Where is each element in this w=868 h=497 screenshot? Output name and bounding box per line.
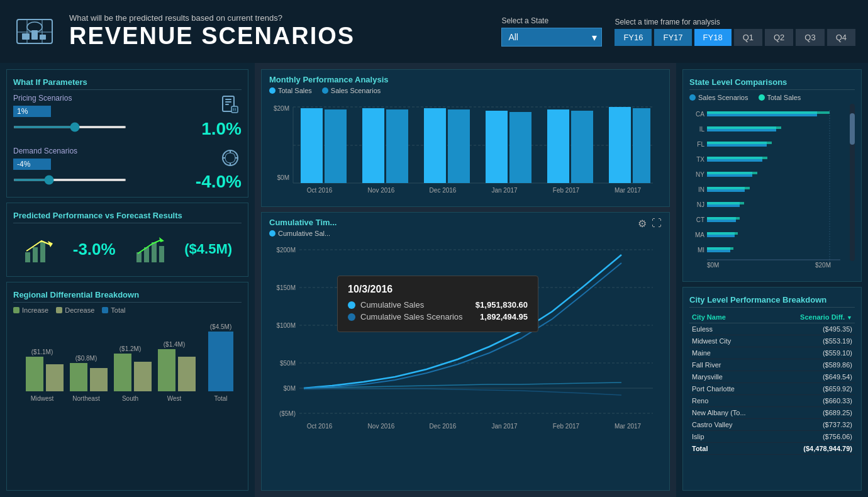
svg-rect-102 — [707, 157, 767, 159]
predicted-row: -3.0% ($4.5M) — [13, 227, 242, 271]
svg-text:CT: CT — [696, 216, 704, 223]
predicted-title: Predicted Performance vs Forecast Result… — [13, 208, 242, 223]
svg-rect-58 — [424, 108, 446, 183]
svg-rect-27 — [159, 246, 164, 262]
filter-icon[interactable]: ⚙ — [638, 218, 647, 230]
svg-marker-28 — [159, 237, 164, 242]
header: What will be the predicted results based… — [0, 0, 868, 63]
regional-chart: ($1.1M) ($0.8M) ($1.2M) ($1.4M) ($4.5M) … — [13, 319, 246, 420]
regional-title: Regional Differential Breakdown — [13, 288, 242, 303]
cumulative-chart-block: Cumulative Tim... ⚙ ⛶ Cumulative Sal... … — [261, 212, 670, 491]
city-total-row: Total($4,478,944.79) — [689, 443, 855, 455]
city-name: Marysville — [689, 371, 773, 383]
city-diff: ($737.32) — [773, 419, 855, 431]
svg-rect-29 — [26, 357, 43, 391]
svg-text:Nov 2016: Nov 2016 — [368, 423, 395, 430]
svg-text:South: South — [122, 395, 138, 402]
what-if-block: What If Parameters Pricing Scenarios — [6, 69, 248, 198]
pricing-value: 1.0% — [191, 119, 242, 139]
svg-text:IN: IN — [698, 186, 704, 193]
tooltip-label-2: Cumulative Sales Scenarios — [360, 312, 475, 321]
svg-text:West: West — [167, 395, 182, 402]
svg-text:($4.5M): ($4.5M) — [210, 323, 231, 330]
fy17-button[interactable]: FY17 — [654, 29, 691, 46]
state-select-label: Select a State — [501, 16, 602, 25]
svg-text:Oct 2016: Oct 2016 — [307, 423, 333, 430]
svg-rect-111 — [707, 202, 744, 204]
svg-rect-56 — [362, 108, 384, 183]
city-diff: ($559.10) — [773, 347, 855, 359]
header-title-block: What will be the predicted results based… — [69, 13, 355, 50]
demand-input[interactable] — [13, 159, 51, 170]
legend-sales-scenarios-state: Sales Scenarios — [689, 94, 748, 101]
legend-total-sales: Total Sales — [269, 87, 312, 94]
svg-rect-6 — [31, 30, 38, 40]
svg-rect-55 — [325, 109, 347, 183]
svg-rect-7 — [40, 35, 46, 40]
state-select-wrapper: All CA TX FL — [501, 28, 602, 47]
svg-rect-92 — [707, 111, 830, 114]
svg-rect-60 — [486, 111, 508, 183]
q2-button[interactable]: Q2 — [765, 29, 793, 46]
svg-rect-61 — [509, 112, 531, 183]
legend-cumulative-sales: Cumulative Sal... — [269, 230, 330, 237]
table-row: Fall River($589.86) — [689, 359, 855, 371]
svg-rect-105 — [707, 172, 757, 174]
state-legend: Sales Scenarios Total Sales — [689, 94, 855, 101]
legend-sales-scenarios: Sales Scenarios — [322, 87, 381, 94]
predicted-icon-up — [134, 233, 165, 265]
state-title: State Level Comparisons — [689, 75, 855, 90]
tooltip-row-2: Cumulative Sales Scenarios 1,892,494.95 — [348, 312, 528, 321]
fy18-button[interactable]: FY18 — [694, 29, 732, 46]
svg-text:$20M: $20M — [274, 105, 289, 112]
demand-icon — [219, 147, 242, 169]
monthly-chart-block: Monthly Performance Analysis Total Sales… — [261, 69, 670, 207]
what-if-title: What If Parameters — [13, 75, 242, 90]
state-scrollbar[interactable] — [850, 104, 855, 261]
svg-rect-12 — [231, 106, 238, 113]
svg-text:$0M: $0M — [284, 385, 296, 392]
state-select[interactable]: All CA TX FL — [501, 28, 602, 47]
table-row: Midwest City($553.19) — [689, 335, 855, 347]
expand-icon[interactable]: ⛶ — [652, 218, 662, 230]
svg-rect-117 — [707, 232, 738, 235]
logo-icon — [13, 13, 57, 50]
tooltip-dot-2 — [348, 313, 355, 321]
svg-text:$200M: $200M — [276, 247, 296, 254]
tooltip: 10/3/2016 Cumulative Sales $1,951,830.60… — [337, 276, 538, 332]
city-title: City Level Performance Breakdown — [689, 293, 855, 308]
predicted-pct: -3.0% — [73, 240, 116, 259]
demand-slider[interactable] — [13, 179, 126, 181]
pricing-icon — [219, 94, 242, 116]
state-select-block: Select a State All CA TX FL — [501, 16, 602, 47]
svg-rect-38 — [158, 349, 175, 391]
city-name: Midwest City — [689, 335, 773, 347]
tooltip-label-1: Cumulative Sales — [360, 300, 470, 310]
state-bar-chart: CA IL FL TX — [689, 104, 865, 274]
regional-block: Regional Differential Breakdown Increase… — [6, 282, 248, 491]
svg-rect-41 — [208, 332, 233, 391]
table-row: Castro Valley($737.32) — [689, 419, 855, 431]
header-title: REVENUE SCENARIOS — [69, 23, 355, 50]
city-name: Castro Valley — [689, 419, 773, 431]
svg-text:$0M: $0M — [707, 262, 719, 269]
fy16-button[interactable]: FY16 — [615, 29, 652, 46]
svg-text:Dec 2016: Dec 2016 — [430, 423, 457, 430]
svg-rect-33 — [90, 368, 108, 391]
q3-button[interactable]: Q3 — [796, 29, 824, 46]
svg-text:Jan 2017: Jan 2017 — [491, 423, 518, 430]
city-col-diff[interactable]: Scenario Diff. ▼ — [773, 311, 855, 323]
state-scrollbar-thumb — [850, 113, 855, 145]
svg-rect-20 — [25, 252, 30, 262]
q1-button[interactable]: Q1 — [734, 29, 762, 46]
tooltip-dot-1 — [348, 301, 355, 309]
svg-rect-9 — [225, 99, 231, 100]
pricing-slider[interactable] — [13, 126, 126, 128]
predicted-dollar-item: ($4.5M) — [184, 241, 232, 257]
svg-text:Northeast: Northeast — [72, 395, 100, 402]
pricing-input[interactable] — [13, 106, 51, 117]
time-frame-block: Select a time frame for analysis FY16 FY… — [615, 18, 855, 46]
svg-text:MI: MI — [698, 247, 704, 254]
q4-button[interactable]: Q4 — [827, 29, 855, 46]
right-panel: State Level Comparisons Sales Scenarios … — [676, 63, 868, 497]
